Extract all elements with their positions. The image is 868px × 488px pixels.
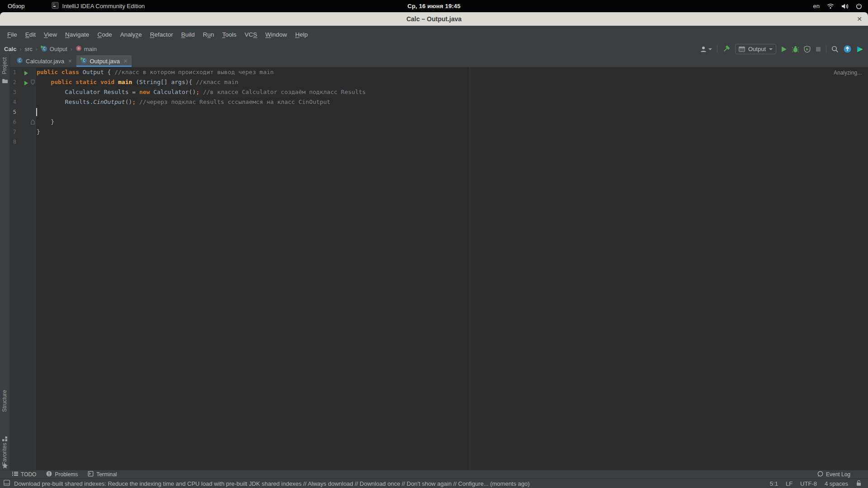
tool-button-project[interactable]: Project [1, 57, 8, 74]
code-pane[interactable]: public class Output { //класс в котором … [36, 67, 868, 470]
run-configuration-label: Output [748, 46, 766, 52]
activities-button[interactable]: Обзор [0, 0, 33, 12]
code-line-1[interactable]: public class Output { //класс в котором … [36, 67, 868, 77]
app-indicator-label: IntelliJ IDEA Community Edition [62, 3, 145, 9]
tab-label: Calculator.java [26, 58, 64, 65]
code-line-4[interactable]: Results.CinOutput(); //черерз подклас Re… [36, 97, 868, 107]
menu-analyze[interactable]: Analyze [116, 31, 146, 38]
menu-run[interactable]: Run [199, 31, 218, 38]
svg-text:C: C [43, 47, 45, 51]
menubar-items: FileEditViewNavigateCodeAnalyzeRefactorB… [0, 26, 868, 43]
run-gutter-icon-line-2[interactable] [24, 80, 28, 87]
tool-button-structure[interactable]: Structure [1, 390, 8, 412]
text-caret [36, 108, 37, 116]
menu-view[interactable]: View [40, 31, 61, 38]
terminal-icon [88, 471, 94, 478]
svg-text:C: C [83, 58, 85, 63]
menu-window[interactable]: Window [261, 31, 291, 38]
close-icon[interactable]: ✕ [123, 58, 127, 64]
encoding-widget[interactable]: UTF-8 [800, 480, 817, 487]
status-message[interactable]: Download pre-built shared indexes: Reduc… [14, 480, 530, 487]
analyzing-status: Analyzing... [834, 70, 862, 76]
code-line-2[interactable]: public static void main (String[] args){… [36, 77, 868, 87]
ide-logo-icon[interactable] [856, 46, 863, 53]
code-line-7[interactable]: } [36, 127, 868, 137]
tab-calculator-java[interactable]: C Calculator.java ✕ [12, 55, 76, 67]
screen: { "desktop": { "activities_label": "Обзо… [0, 0, 868, 488]
breadcrumb: Calc › src › C Output › m main [4, 45, 97, 53]
line-number-2: 2 [10, 77, 16, 87]
line-number-7: 7 [10, 127, 16, 137]
breadcrumb-method[interactable]: m main [75, 45, 97, 53]
class-run-icon: C [41, 45, 47, 53]
activities-label: Обзор [8, 3, 25, 9]
indent-widget[interactable]: 4 spaces [825, 480, 848, 487]
breadcrumb-src[interactable]: src [24, 46, 32, 52]
status-bar: Download pre-built shared indexes: Reduc… [0, 479, 868, 488]
tool-button-problems[interactable]: Problems [46, 471, 78, 478]
debug-button[interactable] [792, 46, 799, 53]
menu-code[interactable]: Code [93, 31, 116, 38]
keyboard-layout-indicator[interactable]: en [813, 3, 820, 9]
stop-button[interactable] [816, 47, 821, 52]
tool-button-terminal[interactable]: Terminal [88, 471, 117, 478]
build-hammer-button[interactable] [722, 45, 730, 53]
line-number-1: 1 [10, 67, 16, 77]
run-configuration-select[interactable]: Output [735, 44, 776, 54]
menu-refactor[interactable]: Refactor [146, 31, 177, 38]
svg-text:m: m [77, 47, 80, 51]
line-separator-widget[interactable]: LF [786, 480, 793, 487]
app-indicator[interactable]: IntelliJ IDEA Community Edition [52, 2, 145, 10]
wifi-icon[interactable] [827, 3, 834, 9]
menu-help[interactable]: Help [291, 31, 312, 38]
event-log-balloon-icon [817, 471, 823, 479]
clock[interactable]: Ср, 16 июня 19:45 [407, 3, 460, 9]
lock-icon[interactable] [856, 480, 862, 488]
user-profile-button[interactable] [700, 46, 712, 53]
caret-position-widget[interactable]: 5:1 [770, 480, 778, 487]
breadcrumb-project[interactable]: Calc [4, 46, 16, 52]
tab-output-java[interactable]: C Output.java ✕ [76, 55, 132, 67]
gnome-top-bar: Обзор IntelliJ IDEA Community Edition Ср… [0, 0, 868, 12]
fold-marker-up-line-6[interactable] [31, 119, 35, 126]
app-window-icon [739, 47, 745, 52]
method-icon: m [75, 45, 82, 53]
menu-tools[interactable]: Tools [218, 31, 241, 38]
window-close-button[interactable]: ✕ [857, 12, 862, 26]
chevron-down-icon [769, 48, 773, 50]
run-button[interactable] [781, 46, 787, 52]
run-with-coverage-button[interactable] [804, 46, 811, 53]
menu-navigate[interactable]: Navigate [61, 31, 93, 38]
line-number-5: 5 [10, 107, 16, 117]
update-available-icon[interactable] [844, 45, 851, 53]
menu-edit[interactable]: Edit [21, 31, 40, 38]
code-line-5[interactable] [36, 107, 868, 117]
tab-label: Output.java [90, 58, 120, 65]
chevron-right-icon: › [19, 46, 21, 52]
menu-build[interactable]: Build [177, 31, 199, 38]
bottom-tool-bar: TODO Problems Terminal Event Log [0, 470, 868, 479]
window-titlebar[interactable]: Calc – Output.java ✕ [0, 12, 868, 26]
toolbar-divider [826, 45, 826, 53]
search-everywhere-icon[interactable] [831, 46, 839, 53]
code-editor[interactable]: 12345678 public class Output { //класс в… [10, 67, 868, 470]
tool-window-switcher-icon[interactable] [4, 480, 10, 487]
menu-file[interactable]: File [3, 31, 21, 38]
volume-icon[interactable] [841, 3, 849, 9]
close-icon[interactable]: ✕ [68, 58, 72, 64]
power-icon[interactable] [856, 3, 862, 9]
tool-button-todo[interactable]: TODO [12, 471, 36, 478]
toolbar-divider [717, 45, 717, 53]
tool-button-event-log[interactable]: Event Log [817, 471, 850, 479]
tool-button-favorites[interactable]: Favorites [1, 443, 8, 465]
menu-vcs[interactable]: VCS [241, 31, 261, 38]
line-number-3: 3 [10, 87, 16, 97]
code-line-8[interactable] [36, 137, 868, 147]
code-line-6[interactable]: } [36, 117, 868, 127]
breadcrumb-class[interactable]: C Output [41, 45, 67, 53]
fold-marker-down-line-2[interactable] [31, 80, 35, 86]
code-line-3[interactable]: Calculator Results = new Calculator(); /… [36, 87, 868, 97]
run-gutter-icon-line-1[interactable] [24, 70, 28, 77]
gutter[interactable]: 12345678 [10, 67, 36, 470]
folder-icon[interactable] [2, 77, 8, 85]
